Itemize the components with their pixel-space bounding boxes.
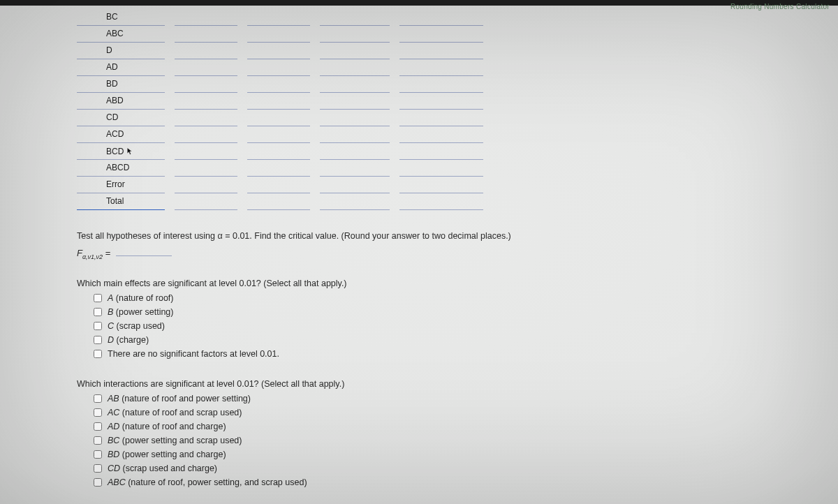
- anova-cell-input[interactable]: [399, 193, 483, 209]
- anova-cell-input[interactable]: [247, 42, 310, 59]
- interaction-option[interactable]: AD (nature of roof and charge): [77, 420, 775, 433]
- source-label: ABCD: [77, 159, 165, 176]
- anova-cell-input[interactable]: [399, 176, 483, 193]
- main-effect-option[interactable]: There are no significant factors at leve…: [77, 347, 775, 361]
- interaction-checkbox[interactable]: [94, 422, 102, 431]
- main-effect-option-label: A (nature of roof): [108, 293, 174, 303]
- anova-cell-input[interactable]: [399, 42, 483, 59]
- interaction-option[interactable]: CD (scrap used and charge): [77, 461, 775, 475]
- source-label: CD: [77, 109, 165, 126]
- interaction-checkbox[interactable]: [94, 408, 102, 417]
- table-row: CD: [77, 109, 483, 126]
- anova-cell-input[interactable]: [175, 8, 237, 25]
- table-row: Error: [77, 176, 483, 193]
- main-effects-options: A (nature of roof)B (power setting)C (sc…: [77, 291, 775, 361]
- table-row: BD: [77, 75, 483, 92]
- main-effect-checkbox[interactable]: [94, 294, 102, 302]
- anova-cell-input[interactable]: [320, 75, 390, 92]
- anova-cell-input[interactable]: [175, 159, 237, 176]
- interaction-checkbox[interactable]: [94, 478, 102, 487]
- critical-prompt: Test all hypotheses of interest using α …: [77, 230, 775, 243]
- main-effect-option[interactable]: C (scrap used): [77, 319, 775, 333]
- anova-cell-input[interactable]: [247, 176, 310, 193]
- anova-cell-input[interactable]: [175, 142, 237, 159]
- anova-cell-input[interactable]: [247, 8, 310, 25]
- interaction-option-label: AD (nature of roof and charge): [108, 422, 226, 431]
- anova-cell-input[interactable]: [175, 25, 237, 42]
- anova-cell-input[interactable]: [175, 59, 237, 75]
- anova-cell-input[interactable]: [399, 92, 483, 109]
- interaction-option[interactable]: BC (power setting and scrap used): [77, 433, 775, 447]
- main-effect-option[interactable]: D (charge): [77, 333, 775, 347]
- anova-cell-input[interactable]: [320, 176, 390, 193]
- anova-cell-input[interactable]: [175, 42, 237, 59]
- anova-cell-input[interactable]: [247, 126, 310, 142]
- interaction-option[interactable]: BD (power setting and charge): [77, 447, 775, 461]
- main-effects-question: Which main effects are significant at le…: [77, 279, 775, 288]
- anova-cell-input[interactable]: [320, 25, 390, 42]
- source-label: Error: [77, 176, 165, 193]
- anova-cell-input[interactable]: [320, 92, 390, 109]
- interaction-option[interactable]: ABC (nature of roof, power setting, and …: [77, 475, 775, 489]
- critical-value-section: Test all hypotheses of interest using α …: [77, 230, 775, 260]
- interaction-option[interactable]: AC (nature of roof and scrap used): [77, 406, 775, 420]
- interaction-option-label: BD (power setting and charge): [108, 450, 226, 459]
- anova-cell-input[interactable]: [320, 193, 390, 209]
- anova-cell-input[interactable]: [320, 126, 390, 142]
- source-label: AD: [77, 59, 165, 75]
- critical-formula: Fα,ν1,ν2 =: [77, 246, 775, 260]
- anova-cell-input[interactable]: [320, 8, 390, 25]
- main-effect-option[interactable]: A (nature of roof): [77, 291, 775, 305]
- anova-cell-input[interactable]: [320, 142, 390, 159]
- interaction-option[interactable]: AB (nature of roof and power setting): [77, 392, 775, 406]
- main-effect-checkbox[interactable]: [94, 336, 102, 344]
- anova-cell-input[interactable]: [247, 92, 310, 109]
- interactions-options: AB (nature of roof and power setting)AC …: [77, 392, 775, 489]
- anova-cell-input[interactable]: [320, 59, 390, 75]
- anova-cell-input[interactable]: [399, 75, 483, 92]
- anova-cell-input[interactable]: [247, 159, 310, 176]
- anova-cell-input[interactable]: [247, 142, 310, 159]
- interaction-checkbox[interactable]: [94, 464, 102, 473]
- anova-cell-input[interactable]: [247, 25, 310, 42]
- anova-cell-input[interactable]: [399, 25, 483, 42]
- anova-cell-input[interactable]: [175, 75, 237, 92]
- source-label: ABC: [77, 25, 165, 42]
- table-row: BCD: [77, 142, 483, 159]
- interaction-option-label: AC (nature of roof and scrap used): [108, 408, 242, 417]
- interaction-checkbox[interactable]: [94, 394, 102, 403]
- anova-cell-input[interactable]: [175, 193, 237, 209]
- anova-cell-input[interactable]: [399, 159, 483, 176]
- anova-cell-input[interactable]: [247, 193, 310, 209]
- anova-cell-input[interactable]: [399, 109, 483, 126]
- main-effect-checkbox[interactable]: [94, 322, 102, 330]
- anova-cell-input[interactable]: [175, 92, 237, 109]
- interactions-question: Which interactions are significant at le…: [77, 379, 775, 389]
- source-label: ABD: [77, 92, 165, 109]
- formula-equals: =: [103, 248, 110, 258]
- anova-cell-input[interactable]: [175, 126, 237, 142]
- anova-cell-input[interactable]: [399, 142, 483, 159]
- table-row: AD: [77, 59, 483, 75]
- anova-table: BCABCDADBDABDCDACDBCDABCDErrorTotal: [77, 8, 483, 210]
- anova-cell-input[interactable]: [320, 42, 390, 59]
- anova-cell-input[interactable]: [399, 8, 483, 25]
- source-label: ACD: [77, 126, 165, 142]
- anova-cell-input[interactable]: [399, 126, 483, 142]
- anova-cell-input[interactable]: [247, 59, 310, 75]
- interaction-checkbox[interactable]: [94, 450, 102, 459]
- anova-cell-input[interactable]: [320, 159, 390, 176]
- critical-value-input[interactable]: [116, 246, 172, 256]
- main-effect-checkbox[interactable]: [94, 350, 102, 358]
- anova-cell-input[interactable]: [175, 109, 237, 126]
- interaction-checkbox[interactable]: [94, 436, 102, 445]
- source-label: BCD: [77, 142, 165, 159]
- anova-cell-input[interactable]: [399, 59, 483, 75]
- main-effect-checkbox[interactable]: [94, 308, 102, 316]
- anova-cell-input[interactable]: [247, 109, 310, 126]
- anova-cell-input[interactable]: [175, 176, 237, 193]
- anova-cell-input[interactable]: [320, 109, 390, 126]
- table-row: BC: [77, 8, 483, 25]
- anova-cell-input[interactable]: [247, 75, 310, 92]
- main-effect-option[interactable]: B (power setting): [77, 305, 775, 319]
